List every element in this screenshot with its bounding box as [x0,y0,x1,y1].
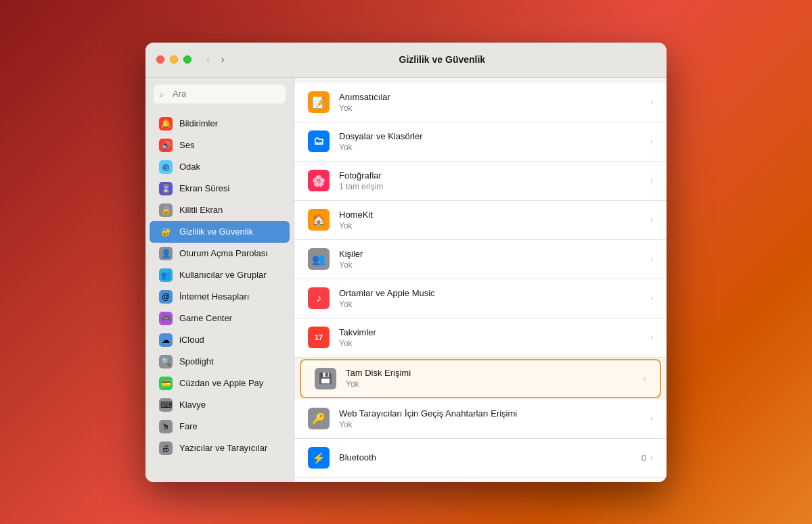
sidebar-item-oturum[interactable]: 👤Oturum Açma Parolası [150,243,290,264]
spotlight-icon: 🔍 [159,355,173,368]
content-item-text: Fotoğraflar1 tam erişim [339,170,650,191]
sidebar-item-label: Ses [179,140,194,150]
animsaticilar-icon: 📝 [308,91,330,113]
chevron-right-icon: › [650,293,653,303]
content-item-text: Web Tarayıcıları İçin Geçiş Anahtarları … [339,408,650,429]
settings-window: ‹ › Gizlilik ve Güvenlik ⌕ 🔔Bildirimler🔊… [145,43,667,482]
content-item-subtitle: Yok [339,339,650,348]
content-item-web-tarayicilari[interactable]: 🔑Web Tarayıcıları İçin Geçiş Anahtarları… [294,400,667,439]
content-item-subtitle: Yok [339,420,650,429]
content-item-right: › [650,333,653,342]
content-item-title: Dosyalar ve Klasörler [339,131,650,141]
sidebar-item-label: Gizlilik ve Güvenlik [179,227,253,237]
ses-icon: 🔊 [159,139,173,152]
content-item-animsaticilar[interactable]: 📝AnımsatıcılarYok› [294,83,667,122]
window-body: ⌕ 🔔Bildirimler🔊Ses◎Odak⌛Ekran Süresi🔒Kil… [145,78,667,482]
content-item-title: Ortamlar ve Apple Music [339,288,650,298]
back-button[interactable]: ‹ [202,52,214,67]
minimize-button[interactable] [170,55,178,64]
chevron-right-icon: › [650,97,653,107]
content-item-title: Web Tarayıcıları İçin Geçiş Anahtarları … [339,408,650,419]
content-item-title: Fotoğraflar [339,170,650,181]
sidebar-list: 🔔Bildirimler🔊Ses◎Odak⌛Ekran Süresi🔒Kilit… [145,110,294,482]
content-item-subtitle: Yok [339,221,650,231]
maximize-button[interactable] [183,55,191,64]
chevron-right-icon: › [650,453,653,462]
content-item-text: AnımsatıcılarYok [339,92,650,113]
ortamlar-icon: ♪ [308,287,330,309]
content-item-right: › [650,293,653,303]
content-item-right: › [650,97,653,107]
content-item-title: Takvimler [339,327,650,337]
content-item-right: › [650,137,653,146]
content-item-dosyalar[interactable]: 🗂Dosyalar ve KlasörlerYok› [294,122,667,162]
content-item-right: 0› [641,453,653,463]
sidebar-item-yazicilar[interactable]: 🖨Yazıcılar ve Tarayıcılar [150,437,290,459]
sidebar-item-kullanicilar[interactable]: 👥Kullanıcılar ve Gruplar [150,264,290,286]
content-item-text: TakvimlerYok [339,327,650,348]
content-item-right: › [650,414,653,423]
chevron-right-icon: › [650,333,653,342]
search-input[interactable] [154,85,286,103]
sidebar-item-bildirimler[interactable]: 🔔Bildirimler [150,113,290,135]
content-item-title: Anımsatıcılar [339,92,650,102]
sidebar-item-kilitli-ekran[interactable]: 🔒Kilitli Ekran [150,199,290,221]
sidebar-item-label: Odak [179,162,200,172]
search-icon: ⌕ [159,89,164,99]
sidebar-item-internet[interactable]: @İnternet Hesapları [150,286,290,308]
content-item-tam-disk[interactable]: 💾Tam Disk ErişimiYok› [300,359,661,398]
sidebar-item-cuzdan[interactable]: 💳Cüzdan ve Apple Pay [150,373,290,394]
tam-disk-icon: 💾 [315,368,336,389]
sidebar-item-gamecenter[interactable]: 🎮Game Center [150,308,290,329]
forward-button[interactable]: › [217,52,228,67]
content-item-kisiler[interactable]: 👥KişilerYok› [294,240,667,279]
cuzdan-icon: 💳 [159,377,173,390]
sidebar-item-spotlight[interactable]: 🔍Spotlight [150,351,290,373]
sidebar-item-odak[interactable]: ◎Odak [150,156,290,178]
content-item-ekran-ses[interactable]: 🎙Ekran ve Sistem Sesi Kaydı0› [294,478,667,482]
main-content: 📝AnımsatıcılarYok›🗂Dosyalar ve Klasörler… [294,78,667,482]
sidebar-item-fare[interactable]: 🖱Fare [150,416,290,437]
sidebar-item-label: Kilitli Ekran [179,205,223,215]
close-button[interactable] [156,55,164,64]
homekit-icon: 🏠 [308,209,330,231]
sidebar-item-ses[interactable]: 🔊Ses [150,135,290,156]
chevron-right-icon: › [650,254,653,264]
kilitli-ekran-icon: 🔒 [159,204,173,217]
content-item-homekit[interactable]: 🏠HomeKitYok› [294,201,667,240]
dosyalar-icon: 🗂 [308,130,330,152]
sidebar-item-klavye[interactable]: ⌨Klavye [150,394,290,416]
klavye-icon: ⌨ [159,398,173,412]
content-item-text: HomeKitYok [339,210,650,231]
sidebar-item-icloud[interactable]: ☁iCloud [150,329,290,351]
content-item-right: › [650,254,653,264]
yazicilar-icon: 🖨 [159,442,173,455]
sidebar-item-label: Yazıcılar ve Tarayıcılar [179,443,267,453]
navigation-buttons: ‹ › [202,52,229,67]
chevron-right-icon: › [650,414,653,423]
chevron-right-icon: › [650,215,653,224]
content-item-bluetooth[interactable]: ⚡Bluetooth0› [294,439,667,478]
bildirimler-icon: 🔔 [159,117,173,130]
sidebar-item-label: Game Center [179,313,232,323]
sidebar-item-label: Ekran Süresi [179,183,229,193]
sidebar-item-ekran-suresi[interactable]: ⌛Ekran Süresi [150,178,290,199]
ekran-suresi-icon: ⌛ [159,182,173,195]
content-item-ortamlar[interactable]: ♪Ortamlar ve Apple MusicYok› [294,279,667,318]
content-item-fotograflar[interactable]: 🌸Fotoğraflar1 tam erişim› [294,162,667,201]
gamecenter-icon: 🎮 [159,312,173,325]
fotograflar-icon: 🌸 [308,170,330,191]
oturum-icon: 👤 [159,247,173,260]
sidebar-item-gizlilik[interactable]: 🔐Gizlilik ve Güvenlik [150,221,290,243]
search-box: ⌕ [154,85,286,103]
sidebar-item-label: Fare [179,421,198,431]
content-item-subtitle: Yok [346,379,644,389]
sidebar-item-label: Oturum Açma Parolası [179,248,268,258]
kullanicilar-icon: 👥 [159,268,173,282]
content-item-subtitle: Yok [339,143,650,152]
sidebar-item-label: İnternet Hesapları [179,291,249,302]
internet-icon: @ [159,290,173,304]
sidebar-item-label: iCloud [179,335,204,345]
traffic-lights [156,55,191,64]
content-item-takvimler[interactable]: 17TakvimlerYok› [294,318,667,358]
